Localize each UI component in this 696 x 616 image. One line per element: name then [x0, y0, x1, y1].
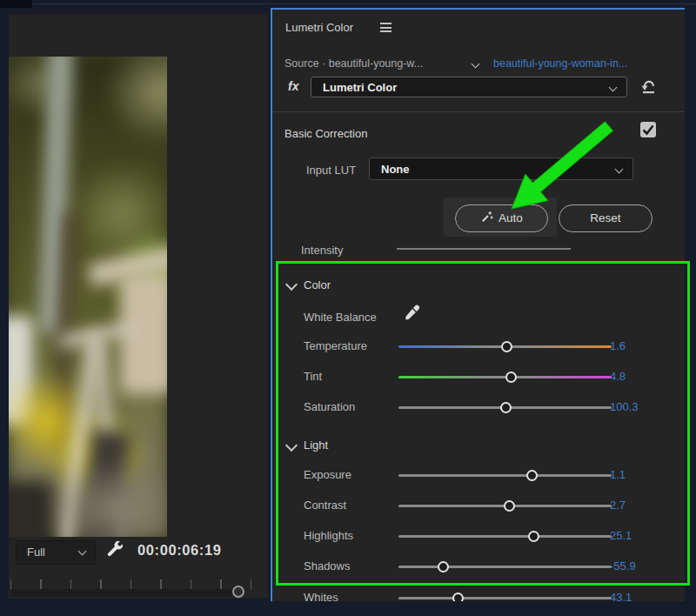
monitor-zoom-value: Full	[27, 546, 45, 559]
annotation-highlight-rectangle	[276, 261, 690, 586]
basic-correction-title: Basic Correction	[284, 127, 367, 140]
window-corner	[0, 0, 32, 8]
timecode-display[interactable]: 00:00:06:19	[137, 542, 222, 559]
monitor-scrollbar[interactable]	[10, 589, 233, 597]
auto-button[interactable]: Auto	[455, 204, 548, 232]
monitor-zoom-select[interactable]: Full	[16, 540, 96, 565]
panel-separator	[272, 111, 685, 112]
intensity-slider[interactable]	[397, 248, 571, 250]
reset-effect-button[interactable]	[639, 77, 660, 97]
video-preview	[9, 57, 167, 537]
app-window: Full 00:00:06:19 Lumetri Color Source · …	[0, 0, 696, 616]
whites-label: Whites	[304, 591, 338, 601]
slider-handle[interactable]	[452, 593, 464, 601]
whites-slider[interactable]	[398, 597, 612, 599]
whites-value[interactable]: 43.1	[610, 591, 648, 601]
auto-button-label: Auto	[499, 211, 523, 224]
basic-correction-checkbox[interactable]	[640, 122, 656, 137]
chevron-down-icon	[609, 84, 618, 92]
reset-button[interactable]: Reset	[559, 204, 652, 232]
timeline-ruler[interactable]	[10, 579, 261, 589]
monitor-settings-button[interactable]	[104, 539, 127, 562]
reset-circular-arrow-icon	[639, 77, 659, 96]
reset-button-label: Reset	[590, 211, 620, 224]
check-icon	[640, 122, 656, 137]
panel-title: Lumetri Color	[285, 21, 353, 34]
hamburger-icon	[380, 23, 392, 24]
panel-menu-button[interactable]	[380, 23, 392, 35]
program-monitor-panel: Full 00:00:06:19	[9, 10, 268, 599]
intensity-label: Intensity	[301, 244, 343, 257]
magic-wand-icon	[480, 211, 493, 224]
chevron-down-icon	[78, 547, 87, 556]
fx-icon: fx	[288, 79, 298, 93]
effect-select-value: Lumetri Color	[323, 81, 397, 94]
wrench-icon	[104, 539, 125, 560]
chevron-down-icon	[615, 165, 624, 174]
input-lut-label: Input LUT	[306, 164, 356, 177]
source-label: Source · beautiful-young-w...	[284, 57, 423, 70]
source-chevron-down-icon[interactable]	[472, 60, 480, 69]
monitor-top-edge	[9, 10, 268, 15]
input-lut-value: None	[381, 163, 410, 176]
slider-row-whites: Whites 43.1	[272, 590, 664, 601]
window-divider	[0, 3, 696, 4]
input-lut-select[interactable]: None	[369, 157, 633, 180]
scrollbar-knob[interactable]	[232, 586, 244, 598]
effect-select[interactable]: Lumetri Color	[311, 77, 627, 97]
source-clip-link[interactable]: beautiful-young-woman-in...	[493, 57, 685, 70]
